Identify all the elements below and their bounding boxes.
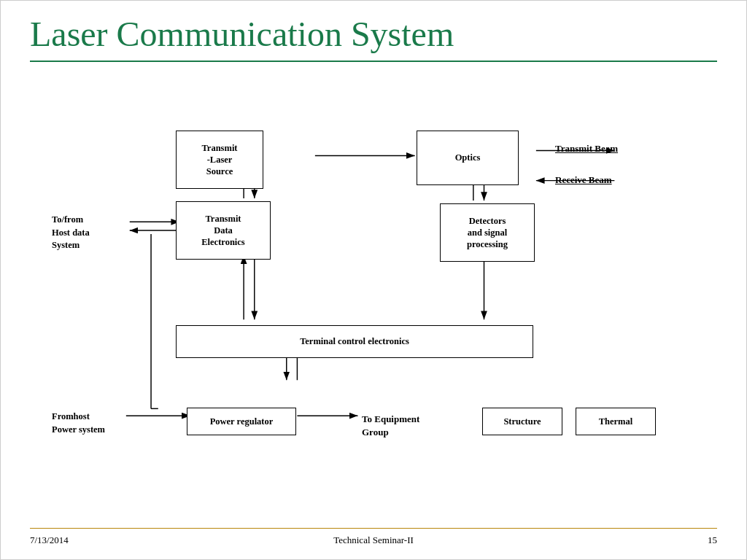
label-to-equipment: To Equipment Group (362, 413, 419, 439)
arrows-svg (30, 74, 717, 516)
slide-container: Laser Communication System (0, 0, 747, 560)
slide-title: Laser Communication System (30, 14, 454, 54)
label-transmit-beam: Transmit Beam (555, 143, 618, 155)
label-to-from: To/from Host data System (52, 214, 90, 252)
box-terminal: Terminal control electronics (176, 325, 533, 358)
box-thermal: Thermal (576, 408, 656, 435)
box-power-reg: Power regulator (187, 408, 296, 435)
title-underline (30, 61, 717, 62)
footer-line (30, 528, 717, 529)
label-fromhost: Fromhost Power system (52, 411, 105, 436)
footer-seminar: Technical Seminar-II (333, 534, 414, 546)
box-transmit-laser: Transmit -Laser Source (176, 131, 263, 189)
box-optics: Optics (417, 131, 519, 185)
footer-page: 15 (708, 534, 717, 546)
label-receive-beam: Receive Beam (555, 174, 612, 186)
box-transmit-data: Transmit Data Electronics (176, 201, 271, 260)
box-structure: Structure (482, 408, 562, 435)
box-detectors: Detectors and signal processing (440, 203, 535, 262)
diagram-area: Transmit -Laser Source Optics Transmit D… (30, 74, 717, 516)
footer-date: 7/13/2014 (30, 534, 69, 546)
